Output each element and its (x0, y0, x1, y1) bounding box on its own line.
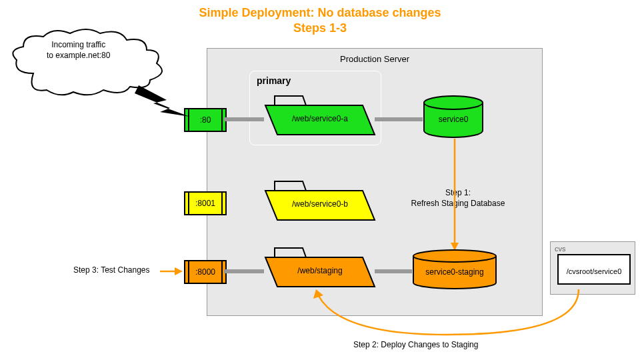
step1-arrow (451, 139, 459, 251)
folder-service0-b: /web/service0-b (263, 173, 377, 227)
production-server-label: Production Server (340, 54, 409, 64)
port-8000-label: :8000 (195, 267, 215, 277)
folder-staging: /web/staging (263, 240, 377, 293)
port-8000: :8000 (188, 260, 223, 284)
database-staging: service0-staging (411, 249, 499, 293)
cvs-repo: /cvsroot/service0 (557, 258, 631, 285)
cvs-box: cvs /cvsroot/service0 (550, 241, 635, 295)
db-main-label: service0 (439, 115, 469, 124)
database-service0: service0 (421, 95, 485, 143)
cloud-text: Incoming traffic to example.net:80 (47, 40, 110, 61)
step2-label: Step 2: Deploy Changes to Staging (353, 340, 478, 351)
cvs-label: cvs (555, 245, 566, 253)
svg-marker-5 (175, 267, 183, 275)
primary-label: primary (257, 75, 291, 86)
connector-line (224, 269, 264, 273)
step3-label: Step 3: Test Changes (73, 265, 150, 276)
folder-staging-label: /web/staging (297, 266, 342, 275)
cvs-path-label: /cvsroot/service0 (567, 267, 622, 275)
svg-marker-6 (313, 289, 323, 299)
lightning-icon (133, 80, 207, 127)
db-staging-label: service0-staging (425, 267, 483, 277)
port-8001: :8001 (188, 191, 223, 215)
connector-line (375, 269, 412, 273)
connector-line (375, 117, 423, 121)
step3-arrow (160, 267, 184, 276)
connector-line (224, 117, 264, 121)
port-8001-label: :8001 (195, 199, 215, 208)
folder-b-label: /web/service0-b (292, 199, 348, 209)
folder-a-label: /web/service0-a (292, 114, 348, 123)
folder-service0-a: /web/service0-a (263, 88, 377, 141)
